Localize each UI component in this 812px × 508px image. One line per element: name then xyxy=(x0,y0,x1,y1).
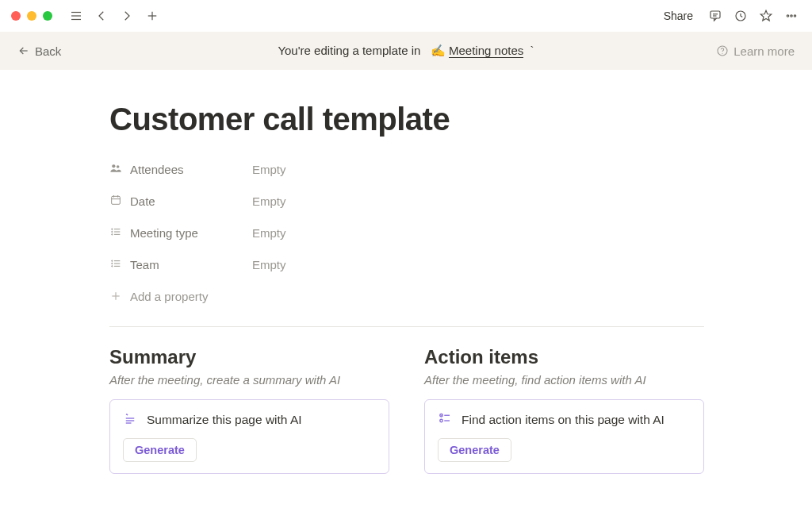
property-value[interactable]: Empty xyxy=(252,258,286,271)
property-value[interactable]: Empty xyxy=(252,163,286,176)
property-name: Date xyxy=(109,194,252,209)
plus-icon xyxy=(109,290,122,302)
svg-point-17 xyxy=(117,165,120,168)
nav-back-button[interactable] xyxy=(92,6,111,25)
summarize-icon xyxy=(123,411,137,429)
updates-icon[interactable] xyxy=(731,6,750,25)
summary-card-text: Summarize this page with AI xyxy=(147,413,302,427)
svg-rect-18 xyxy=(112,196,121,204)
svg-point-16 xyxy=(112,164,115,167)
page-content: Customer call template Attendees Empty D… xyxy=(0,70,706,474)
favorite-icon[interactable] xyxy=(756,6,776,25)
more-icon[interactable] xyxy=(782,6,801,25)
close-window-button[interactable] xyxy=(11,11,21,21)
learn-more-link[interactable]: Learn more xyxy=(716,44,795,58)
action-items-generate-button[interactable]: Generate xyxy=(438,438,511,462)
svg-point-12 xyxy=(794,14,795,16)
page-title[interactable]: Customer call template xyxy=(109,102,706,137)
back-label: Back xyxy=(35,44,61,58)
property-name: Team xyxy=(109,257,252,272)
template-banner: Back You're editing a template in ✍️ Mee… xyxy=(0,32,812,70)
property-list: Attendees Empty Date Empty Meeting type … xyxy=(109,153,704,312)
svg-point-32 xyxy=(112,265,113,266)
action-items-subtitle[interactable]: After the meeting, find action items wit… xyxy=(424,373,704,387)
action-items-heading[interactable]: Action items xyxy=(424,346,704,368)
menu-icon[interactable] xyxy=(67,6,86,25)
list-icon xyxy=(109,225,122,241)
action-items-ai-card[interactable]: Find action items on this page with AI G… xyxy=(424,399,704,474)
svg-point-22 xyxy=(112,229,113,229)
property-row[interactable]: Team Empty xyxy=(109,248,704,280)
property-value[interactable]: Empty xyxy=(252,194,286,208)
list-icon xyxy=(109,257,122,272)
add-property-button[interactable]: Add a property xyxy=(109,280,704,312)
svg-point-11 xyxy=(791,14,792,16)
svg-point-41 xyxy=(440,419,442,421)
titlebar: Share xyxy=(0,0,812,32)
divider xyxy=(109,326,704,327)
action-items-icon xyxy=(438,411,452,429)
maximize-window-button[interactable] xyxy=(43,11,52,21)
summary-section: Summary After the meeting, create a summ… xyxy=(109,346,389,474)
property-row[interactable]: Meeting type Empty xyxy=(109,217,704,248)
property-row[interactable]: Attendees Empty xyxy=(109,153,704,185)
new-page-button[interactable] xyxy=(143,6,162,25)
people-icon xyxy=(109,162,122,177)
svg-rect-5 xyxy=(710,11,720,18)
back-button[interactable]: Back xyxy=(17,44,61,58)
svg-point-28 xyxy=(112,260,113,261)
minimize-window-button[interactable] xyxy=(27,11,36,21)
calendar-icon xyxy=(109,194,122,209)
property-name: Attendees xyxy=(109,162,252,177)
action-items-card-text: Find action items on this page with AI xyxy=(462,413,665,427)
property-row[interactable]: Date Empty xyxy=(109,185,704,217)
summary-ai-card[interactable]: Summarize this page with AI Generate xyxy=(109,399,389,474)
svg-marker-9 xyxy=(760,10,772,21)
summary-subtitle[interactable]: After the meeting, create a summary with… xyxy=(109,373,389,387)
svg-point-30 xyxy=(112,263,113,264)
svg-point-15 xyxy=(722,53,723,54)
comments-icon[interactable] xyxy=(706,6,725,25)
window-controls xyxy=(11,11,52,21)
banner-prefix: You're editing a template in xyxy=(278,44,420,57)
property-name: Meeting type xyxy=(109,225,252,241)
banner-message: You're editing a template in ✍️ Meeting … xyxy=(0,44,812,58)
content-columns: Summary After the meeting, create a summ… xyxy=(109,346,704,474)
template-emoji: ✍️ xyxy=(431,44,446,57)
template-parent-link[interactable]: Meeting notes xyxy=(449,44,523,58)
svg-point-24 xyxy=(112,231,113,232)
summary-generate-button[interactable]: Generate xyxy=(123,438,197,462)
property-value[interactable]: Empty xyxy=(252,226,286,240)
nav-forward-button[interactable] xyxy=(117,6,136,25)
share-button[interactable]: Share xyxy=(657,6,699,25)
learn-more-label: Learn more xyxy=(733,44,795,58)
summary-heading[interactable]: Summary xyxy=(109,346,389,368)
svg-point-26 xyxy=(112,233,113,234)
action-items-section: Action items After the meeting, find act… xyxy=(424,346,704,474)
svg-point-10 xyxy=(787,14,788,16)
